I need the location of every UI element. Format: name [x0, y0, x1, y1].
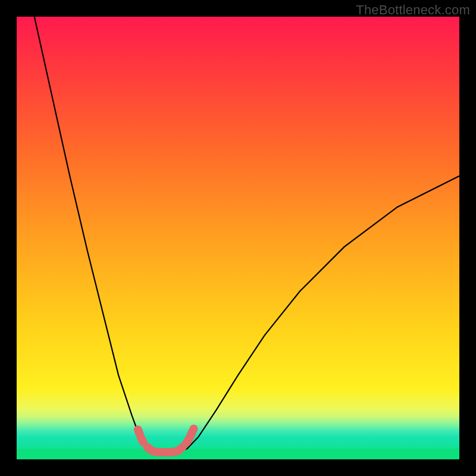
outer-frame: TheBottleneck.com	[0, 0, 476, 476]
watermark-text: TheBottleneck.com	[356, 2, 470, 18]
series-trough-thick	[147, 447, 183, 452]
plot-area	[17, 17, 459, 459]
series-left-arm	[35, 17, 152, 452]
series-left-bead-lower	[141, 438, 143, 442]
series-right-bead-upper	[190, 429, 193, 436]
series-right-arm	[180, 176, 459, 452]
curve-layer	[17, 17, 459, 459]
